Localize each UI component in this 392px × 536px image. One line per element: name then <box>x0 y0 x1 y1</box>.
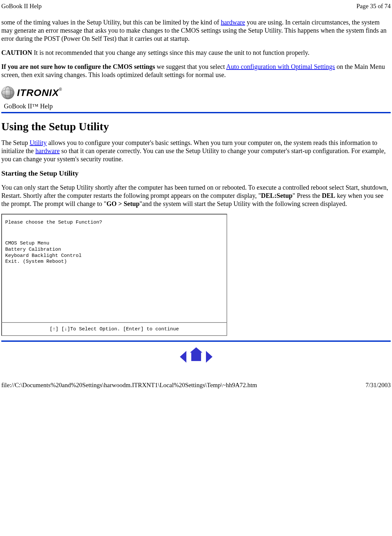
caution-label: CAUTION <box>1 49 32 56</box>
screenshot-hint: [↑] [↓]To Select Option. [Enter] to cont… <box>50 326 179 332</box>
home-icon[interactable] <box>191 353 201 361</box>
starting-paragraph: You can only start the Setup Utility sho… <box>1 183 391 208</box>
auto-config-link[interactable]: Auto configuration with Optimal Settings <box>226 63 335 70</box>
brand-logo: ITRONIX® <box>1 85 391 101</box>
prev-arrow-icon[interactable] <box>180 351 186 363</box>
hardware-link[interactable]: hardware <box>221 19 245 26</box>
text-bold: DEL <box>322 192 335 199</box>
brand-name: ITRONIX® <box>17 87 62 98</box>
text: " Press the <box>292 192 322 199</box>
menu-item: Battery Calibration <box>5 247 82 253</box>
footer-path: file://C:\Documents%20and%20Settings\har… <box>1 382 257 389</box>
text-bold: GO > Setup <box>106 200 139 207</box>
screenshot-menu: CMOS Setup Menu Battery Calibration Keyb… <box>5 241 82 265</box>
intro-paragraph-continued: some of the timing values in the Setup U… <box>1 18 391 43</box>
globe-icon <box>1 86 14 99</box>
cmos-suggestion-paragraph: If you are not sure how to configure the… <box>1 63 391 79</box>
text-bold: DEL:Setup <box>261 192 293 199</box>
page-footer: file://C:\Documents%20and%20Settings\har… <box>0 372 392 393</box>
text: The Setup <box>1 139 30 146</box>
page-header: GoBook II Help Page 35 of 74 <box>0 0 392 12</box>
text-bold: If you are not sure how to configure the… <box>1 63 155 70</box>
subsection-heading: Starting the Setup Utility <box>1 169 391 178</box>
footer-date: 7/31/2003 <box>366 382 391 389</box>
registered-mark: ® <box>59 87 62 92</box>
screenshot-prompt: Please choose the Setup Function? <box>5 220 102 225</box>
menu-item: Exit. (System Reboot) <box>5 259 82 265</box>
setup-screenshot: Please choose the Setup Function? CMOS S… <box>1 214 227 336</box>
utility-link[interactable]: Utility <box>30 139 47 146</box>
hardware-link-2[interactable]: hardware <box>35 147 59 154</box>
text: "and the system will start the Setup Uti… <box>140 200 347 207</box>
next-arrow-icon[interactable] <box>206 351 212 363</box>
page-number: Page 35 of 74 <box>356 3 391 10</box>
divider-bar <box>1 112 391 113</box>
brand-header-block: ITRONIX® GoBook II™ Help <box>1 85 391 113</box>
screenshot-main-pane: Please choose the Setup Function? CMOS S… <box>1 214 227 323</box>
menu-item: CMOS Setup Menu <box>5 241 82 247</box>
caution-paragraph: CAUTION It is not recommended that you c… <box>1 49 391 57</box>
brand-subtitle: GoBook II™ Help <box>4 102 391 110</box>
section-heading: Using the Setup Utility <box>1 120 391 133</box>
main-content: some of the timing values in the Setup U… <box>0 18 392 363</box>
caution-text: It is not recommended that you change an… <box>32 49 309 56</box>
text: we suggest that you select <box>155 63 226 70</box>
brand-text: ITRONIX <box>17 87 59 98</box>
section-intro-paragraph: The Setup Utility allows you to configur… <box>1 139 391 163</box>
text: some of the timing values in the Setup U… <box>1 19 221 26</box>
divider-bar <box>1 340 391 342</box>
screenshot-footer-pane: [↑] [↓]To Select Option. [Enter] to cont… <box>1 323 227 336</box>
menu-item: Keyboard Backlight Control <box>5 253 82 259</box>
header-title: GoBook II Help <box>1 3 41 10</box>
navigation-controls <box>1 351 391 363</box>
